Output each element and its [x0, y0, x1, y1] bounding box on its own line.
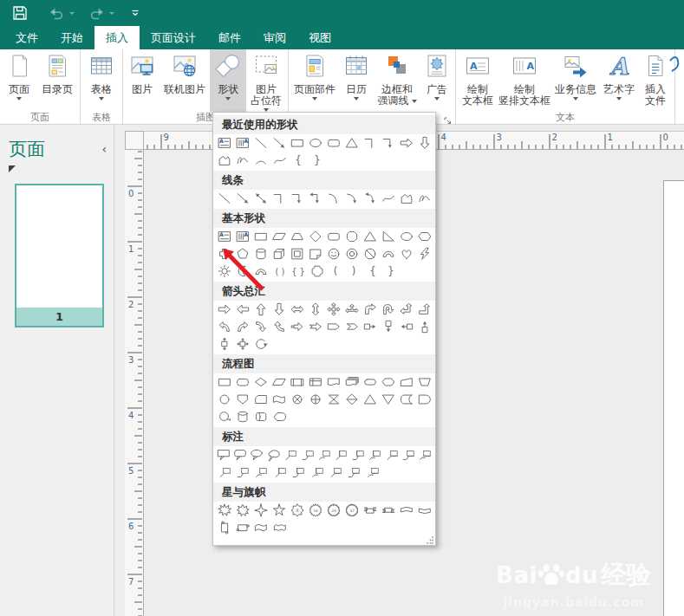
- shape-co-oval[interactable]: [249, 446, 265, 464]
- shape-fl-data[interactable]: [270, 373, 288, 391]
- shape-ar-cur-left[interactable]: [215, 318, 233, 335]
- shape-curved[interactable]: [324, 190, 342, 207]
- shape-ar-co-quad[interactable]: [233, 335, 251, 353]
- shape-roundrect[interactable]: [324, 228, 342, 245]
- tab-页面设计[interactable]: 页面设计: [140, 26, 207, 49]
- shape-rtriangle[interactable]: [379, 228, 397, 245]
- shape-line[interactable]: [215, 190, 233, 207]
- shape-fl-predef[interactable]: [288, 373, 306, 391]
- shape-ar-lup[interactable]: [397, 301, 415, 318]
- shape-no-symbol[interactable]: [361, 245, 379, 263]
- shape-ar-lr[interactable]: [288, 301, 306, 318]
- shape-wave[interactable]: [252, 519, 270, 536]
- shape-fl-conn[interactable]: [215, 391, 233, 408]
- picture-placeholder-button[interactable]: 图片占位符: [246, 49, 286, 112]
- shape-block-arc[interactable]: [379, 245, 397, 263]
- shape-lc10[interactable]: [215, 464, 233, 481]
- shape-frame[interactable]: [288, 245, 306, 263]
- shape-lc2[interactable]: [299, 446, 316, 464]
- shape-arrow[interactable]: [270, 134, 288, 152]
- shape-heart[interactable]: [397, 245, 415, 263]
- shape-lc14[interactable]: [290, 464, 308, 481]
- shape-fl-card[interactable]: [251, 391, 270, 408]
- shape-fl-alt[interactable]: [233, 373, 251, 391]
- shape-octagon[interactable]: [342, 228, 361, 245]
- shape-fl-extract[interactable]: [361, 391, 379, 408]
- shape-ar-cur-down[interactable]: [251, 318, 270, 335]
- shape-elbow[interactable]: [270, 190, 288, 207]
- shape-fl-prep[interactable]: [379, 373, 397, 391]
- shape-ar-quad[interactable]: [324, 301, 342, 318]
- shape-brace-r[interactable]: }: [382, 263, 401, 280]
- shape-triangle[interactable]: [361, 228, 379, 245]
- shape-lc5[interactable]: [349, 446, 366, 464]
- shape-ar-cur-up[interactable]: [270, 318, 288, 335]
- cut-off-button[interactable]: [677, 49, 684, 112]
- shape-fl-term[interactable]: [361, 373, 379, 391]
- redo-caret[interactable]: [109, 12, 114, 15]
- shape-rect[interactable]: [288, 134, 306, 152]
- shape-fl-process[interactable]: [215, 373, 233, 391]
- vertical-ruler[interactable]: 01234567: [125, 150, 144, 616]
- save-icon[interactable]: [12, 5, 28, 21]
- shape-fl-sum[interactable]: [288, 391, 306, 408]
- tab-审阅[interactable]: 审阅: [252, 26, 297, 49]
- shape-lc18[interactable]: [363, 464, 381, 481]
- shape-elbow[interactable]: [361, 134, 379, 152]
- shape-ar-co-left[interactable]: [397, 318, 415, 335]
- catalog-page-button[interactable]: 目录页: [36, 49, 78, 112]
- shape-explosion1[interactable]: [215, 502, 233, 519]
- shape-ar-striped[interactable]: [288, 318, 306, 335]
- shape-explosion2[interactable]: [233, 502, 251, 519]
- shape-fl-or[interactable]: [306, 391, 324, 408]
- shape-fl-display[interactable]: [270, 408, 289, 425]
- shape-fl-disk[interactable]: [233, 408, 251, 425]
- shape-lc8[interactable]: [400, 446, 416, 464]
- shape-smiley[interactable]: [324, 245, 342, 263]
- shape-lc9[interactable]: [417, 446, 433, 464]
- shape-ar-co-right[interactable]: [361, 318, 379, 335]
- business-info-button[interactable]: 业务信息: [551, 49, 600, 112]
- shape-ar-right[interactable]: [397, 134, 415, 152]
- shape-fl-doc[interactable]: [324, 373, 342, 391]
- page-thumbnail[interactable]: 1: [15, 184, 104, 327]
- shape-bracket-l[interactable]: (: [326, 263, 344, 280]
- shape-lightning[interactable]: [415, 245, 433, 263]
- shape-lc13[interactable]: [270, 464, 289, 481]
- shape-cube[interactable]: [270, 245, 288, 263]
- shape-ar-ud[interactable]: [306, 301, 324, 318]
- shape-star32[interactable]: 32: [342, 502, 361, 519]
- shape-trapezoid[interactable]: [288, 228, 306, 245]
- draw-vertical-textbox-button[interactable]: A绘制竖排文本框: [498, 49, 551, 112]
- shape-textbox[interactable]: A: [215, 134, 233, 152]
- shape-roundrect[interactable]: [324, 134, 342, 152]
- shape-ar-cur-right[interactable]: [233, 318, 251, 335]
- wordart-button[interactable]: A艺术字: [600, 49, 638, 112]
- shape-elbow-dbl[interactable]: [306, 190, 324, 207]
- shape-ar-co-up[interactable]: [415, 318, 433, 335]
- shape-folded-corner[interactable]: [306, 245, 324, 263]
- shape-oval[interactable]: [306, 134, 324, 152]
- shape-elbow-arrow[interactable]: [379, 134, 397, 152]
- shape-donut[interactable]: [342, 245, 361, 263]
- shape-co-cloud[interactable]: [265, 446, 282, 464]
- tab-视图[interactable]: 视图: [297, 26, 342, 49]
- undo-caret[interactable]: [69, 12, 75, 15]
- shape-lc4[interactable]: [333, 446, 349, 464]
- shape-lc3[interactable]: [316, 446, 332, 464]
- shape-ar-co-ud[interactable]: [215, 335, 233, 353]
- borders-accents-button[interactable]: 边框和强调线: [374, 49, 420, 112]
- shape-dbl-bracket[interactable]: ( ): [270, 263, 289, 280]
- shape-bracket-r[interactable]: ): [345, 263, 363, 280]
- shape-ar-lru[interactable]: [342, 301, 361, 318]
- shape-ribbon-cur-down[interactable]: [415, 502, 433, 519]
- shape-lc7[interactable]: [383, 446, 400, 464]
- shape-hexagon[interactable]: [415, 228, 433, 245]
- page-button[interactable]: 页面: [2, 49, 36, 112]
- shape-oval[interactable]: [397, 228, 415, 245]
- shape-fl-seq[interactable]: [215, 408, 233, 425]
- shape-ar-down[interactable]: [270, 301, 288, 318]
- shape-parallelogram[interactable]: [270, 228, 288, 245]
- shape-fl-decision[interactable]: [251, 373, 270, 391]
- shape-brace-r[interactable]: }: [308, 152, 326, 169]
